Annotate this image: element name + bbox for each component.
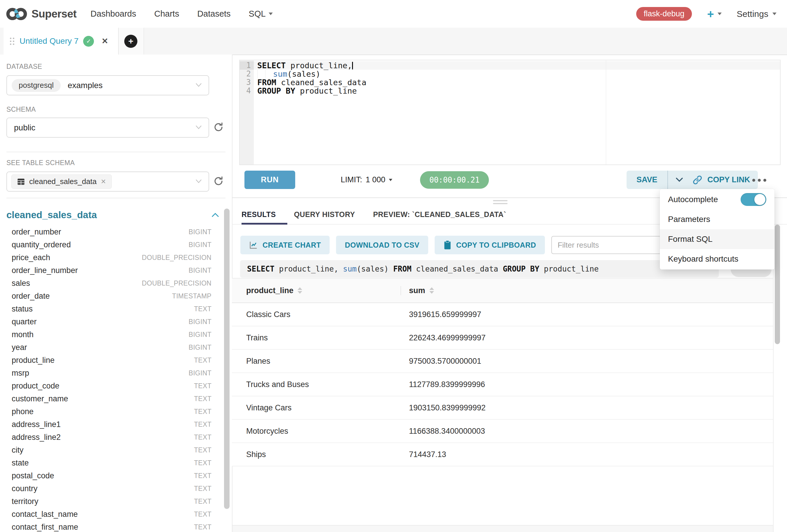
column-row: status TEXT [0,302,232,315]
column-header-sum[interactable]: sum [401,286,773,295]
more-options-button[interactable] [749,175,769,186]
column-row: postal_code TEXT [0,469,232,482]
sql-editor[interactable]: 1234 SELECT product_line, sum(sales) FRO… [239,60,781,165]
column-row: contact_first_name TEXT [0,520,232,532]
sql-text: product_line, [286,61,353,70]
cell-sum: 1903150.8399999992 [401,403,773,412]
menu-item-keyboard-shortcuts[interactable]: Keyboard shortcuts [660,249,774,269]
chevron-down-icon [389,179,392,181]
cell-sum: 714437.13 [401,450,773,459]
column-row: city TEXT [0,444,232,456]
limit-label: LIMIT: [341,175,362,184]
run-button[interactable]: RUN [244,171,295,189]
autocomplete-label: Autocomplete [668,195,718,204]
sql-keyword: GROUP BY [257,86,295,95]
horizontal-scrollbar-track[interactable] [233,525,773,532]
results-tabbar: RESULTS QUERY HISTORY PREVIEW: `CLEANED_… [241,206,506,223]
sql-keyword: FROM [257,78,276,87]
line-number: 2 [240,70,251,78]
column-type: DOUBLE_PRECISION [142,254,211,262]
database-select[interactable]: postgresql examples [6,75,209,95]
download-csv-label: DOWNLOAD TO CSV [345,241,420,249]
nav-datasets[interactable]: Datasets [197,9,230,19]
save-button[interactable]: SAVE [626,175,667,184]
format-sql-label: Format SQL [668,234,712,244]
settings-menu[interactable]: Settings [737,9,777,19]
table-row: Classic Cars 3919615.659999997 [232,303,773,326]
nav-sql[interactable]: SQL [249,9,273,19]
scrollbar-thumb[interactable] [775,225,780,344]
refresh-schemas-button[interactable] [212,121,225,134]
superset-logo[interactable]: Superset [5,7,77,21]
menu-item-parameters[interactable]: Parameters [660,209,774,229]
sql-text: product_line [539,264,599,273]
copy-clipboard-label: COPY TO CLIPBOARD [456,241,536,249]
refresh-tables-button[interactable] [212,174,225,188]
sql-text: (sales) [357,264,393,273]
infinity-logo-icon [5,7,28,21]
column-row: address_line1 TEXT [0,418,232,431]
download-csv-button[interactable]: DOWNLOAD TO CSV [336,236,428,254]
remove-table-icon[interactable]: ✕ [101,178,106,186]
column-type: TEXT [194,305,211,313]
toggle-knob [754,194,765,205]
tab-title[interactable]: Untitled Query 7 [20,37,79,46]
tab-untitled-query[interactable]: Untitled Query 7 ✓ ✕ [3,28,119,55]
table-row: Trains 226243.46999999997 [232,326,773,350]
cell-product-line: Motorcycles [232,427,401,436]
table-row: Vintage Cars 1903150.8399999992 [232,396,773,420]
tab-preview-table[interactable]: PREVIEW: `CLEANED_SALES_DATA` [373,210,506,219]
sql-text: cleaned_sales_data [276,78,366,87]
sql-keyword: SELECT [257,61,286,70]
refresh-icon [213,122,224,133]
sort-icon[interactable] [429,287,434,294]
schema-label: SCHEMA [6,106,36,113]
refresh-icon [213,175,224,187]
collapse-chevron-up-icon[interactable] [211,212,219,218]
column-header-product-line[interactable]: product_line [232,286,401,295]
close-tab-icon[interactable]: ✕ [102,37,108,46]
column-name: address_line1 [12,420,61,429]
autocomplete-toggle[interactable] [741,193,766,206]
menu-item-format-sql[interactable]: Format SQL [660,229,774,249]
success-check-icon: ✓ [83,36,94,47]
table-select[interactable]: cleaned_sales_data ✕ [6,171,209,192]
table-schema-title: cleaned_sales_data [6,209,97,220]
save-button-group: SAVE [626,171,691,189]
create-chart-button[interactable]: CREATE CHART [240,236,329,254]
column-row: order_date TIMESTAMP [0,290,232,302]
schema-select[interactable]: public [6,118,209,138]
column-name: status [12,304,33,314]
nav-dashboards[interactable]: Dashboards [90,9,136,19]
add-tab-button[interactable]: + [118,28,144,55]
column-name: contact_first_name [12,523,78,532]
scrollbar-thumb[interactable] [224,209,230,509]
tab-query-history[interactable]: QUERY HISTORY [294,210,355,219]
copy-clipboard-button[interactable]: COPY TO CLIPBOARD [434,236,545,254]
more-options-menu: Autocomplete Parameters Format SQL Keybo… [660,189,774,270]
results-table-header: product_line sum [232,278,773,303]
tab-results[interactable]: RESULTS [241,210,276,219]
sidebar-scrollbar[interactable] [224,207,230,528]
create-chart-label: CREATE CHART [262,241,321,249]
copy-link-button[interactable]: COPY LINK [685,171,758,189]
column-type: BIGINT [189,369,211,377]
line-number: 1 [240,61,251,70]
sort-icon[interactable] [298,287,302,294]
column-name: country [12,484,38,493]
cell-product-line: Trains [232,333,401,342]
column-name: product_code [12,382,60,390]
chart-icon [249,241,258,249]
table-icon [17,178,25,186]
new-item-button[interactable]: + [707,8,721,20]
pane-resize-handle[interactable] [493,200,508,206]
limit-dropdown[interactable]: LIMIT: 1 000 [341,171,392,189]
results-actions: CREATE CHART DOWNLOAD TO CSV COPY TO CLI… [240,236,691,254]
column-type: TEXT [194,485,211,493]
menu-item-autocomplete[interactable]: Autocomplete [660,190,774,209]
column-row: msrp BIGINT [0,367,232,380]
nav-charts[interactable]: Charts [154,9,179,19]
table-row: Motorcycles 1166388.3400000003 [232,420,773,443]
limit-value: 1 000 [366,175,386,184]
drag-handle-icon[interactable] [10,38,14,45]
